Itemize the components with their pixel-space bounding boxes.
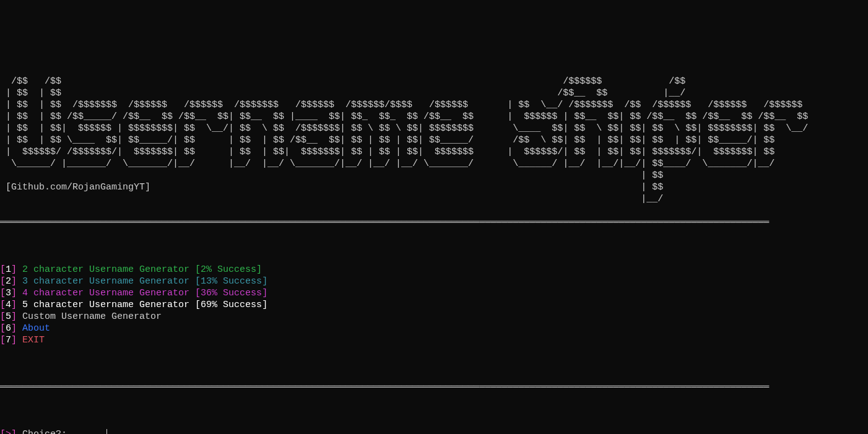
bracket-open: [ bbox=[0, 288, 6, 298]
menu-label: Custom Username Generator bbox=[22, 311, 162, 322]
separator-bottom: ════════════════════════════════════════… bbox=[0, 381, 868, 393]
bracket-close: ] bbox=[11, 335, 17, 345]
menu-item-5[interactable]: [5] Custom Username Generator bbox=[0, 311, 868, 323]
menu-label: About bbox=[22, 323, 50, 334]
menu-index: 1 bbox=[6, 264, 11, 275]
menu-index: 5 bbox=[6, 311, 11, 322]
bracket-close: ] bbox=[11, 323, 17, 334]
menu-item-2[interactable]: [2] 3 character Username Generator [13% … bbox=[0, 276, 868, 287]
ascii-banner: /$$ /$$ /$$$$$$ /$$ | $$ | $$ bbox=[0, 52, 868, 205]
separator-top: ════════════════════════════════════════… bbox=[0, 217, 868, 228]
bracket-open: [ bbox=[0, 429, 6, 434]
blank-line-1 bbox=[0, 240, 868, 252]
menu-item-7[interactable]: [7] EXIT bbox=[0, 334, 868, 346]
bracket-open: [ bbox=[0, 276, 6, 287]
bracket-close: ] bbox=[11, 311, 17, 322]
blank-line-2 bbox=[0, 358, 868, 370]
bracket-close: ] bbox=[11, 288, 17, 298]
cursor bbox=[106, 429, 107, 434]
bracket-open: [ bbox=[0, 300, 6, 310]
menu-label: 5 character Username Generator [69% Succ… bbox=[22, 300, 267, 310]
menu-label: EXIT bbox=[22, 335, 45, 345]
menu-item-1[interactable]: [1] 2 character Username Generator [2% S… bbox=[0, 264, 868, 276]
menu-index: 4 bbox=[6, 300, 11, 310]
menu-index: 2 bbox=[6, 276, 11, 287]
bracket-close: ] bbox=[11, 264, 17, 275]
bracket-open: [ bbox=[0, 335, 6, 345]
menu-index: 7 bbox=[6, 335, 11, 345]
blank-line-3 bbox=[0, 405, 868, 417]
menu: [1] 2 character Username Generator [2% S… bbox=[0, 264, 868, 346]
prompt-label: Choice?: bbox=[17, 429, 72, 434]
menu-label: 2 character Username Generator [2% Succe… bbox=[22, 264, 262, 275]
bracket-open: [ bbox=[0, 323, 6, 334]
bracket-close: ] bbox=[11, 300, 17, 310]
bracket-open: [ bbox=[0, 311, 6, 322]
prompt-line: [>] Choice?: bbox=[0, 428, 868, 434]
menu-item-3[interactable]: [3] 4 character Username Generator [36% … bbox=[0, 287, 868, 299]
menu-item-6[interactable]: [6] About bbox=[0, 323, 868, 334]
menu-index: 3 bbox=[6, 288, 11, 298]
prompt-gt: > bbox=[6, 429, 11, 434]
choice-input[interactable] bbox=[72, 428, 106, 434]
bracket-close: ] bbox=[11, 276, 17, 287]
bracket-close: ] bbox=[11, 429, 17, 434]
menu-index: 6 bbox=[6, 323, 11, 334]
menu-label: 3 character Username Generator [13% Succ… bbox=[22, 276, 267, 287]
menu-item-4[interactable]: [4] 5 character Username Generator [69% … bbox=[0, 299, 868, 311]
menu-label: 4 character Username Generator [36% Succ… bbox=[22, 288, 267, 298]
bracket-open: [ bbox=[0, 264, 6, 275]
